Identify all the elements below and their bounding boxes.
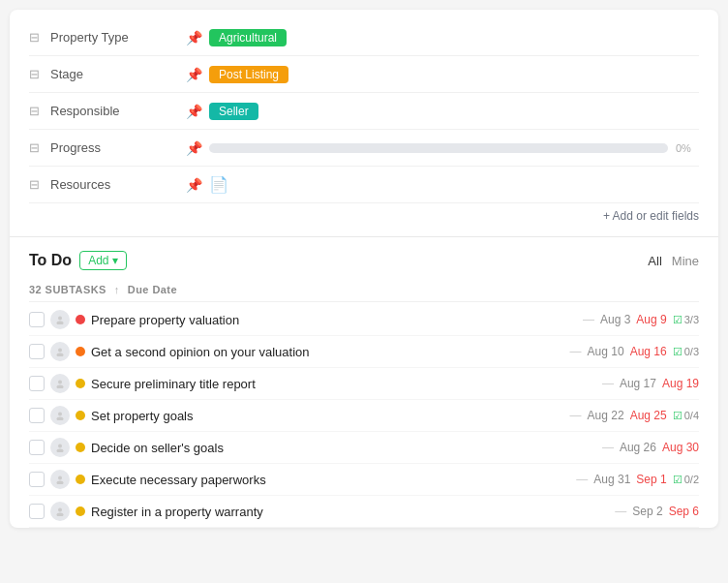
task-status-dot-2 [76, 347, 85, 356]
responsible-badge[interactable]: Seller [209, 103, 258, 120]
task-checkbox-3[interactable] [29, 376, 45, 391]
task-checkbox-7[interactable] [29, 504, 45, 519]
property-type-icon: ⊟ [29, 30, 50, 45]
property-type-value: Agricultural [209, 29, 699, 46]
task-status-dot-3 [76, 379, 85, 388]
task-name-1[interactable]: Prepare property valuation [91, 313, 577, 327]
task-status-dot-5 [76, 443, 85, 452]
task-name-3[interactable]: Secure preliminary title report [91, 377, 596, 391]
task-row-6: Execute necessary paperworks — Aug 31 Se… [29, 464, 699, 496]
task-checkbox-4[interactable] [29, 408, 45, 423]
resources-icon: ⊟ [29, 177, 50, 192]
progress-pin[interactable]: 📌 [186, 140, 209, 156]
task-date2-5: Aug 30 [662, 441, 699, 454]
svg-point-2 [58, 349, 62, 353]
svg-point-9 [57, 449, 64, 453]
todo-title: To Do [29, 252, 72, 269]
progress-value: 0% [209, 142, 699, 154]
task-row-7: Register in a property warranty — Sep 2 … [29, 496, 699, 528]
property-type-pin[interactable]: 📌 [186, 30, 209, 46]
resources-value[interactable]: 📄 [209, 175, 699, 194]
filter-mine[interactable]: Mine [672, 254, 699, 268]
properties-section: ⊟ Property Type 📌 Agricultural ⊟ Stage 📌… [10, 10, 718, 237]
todo-section: To Do Add ▾ All Mine 32 SUBTASKS ↑ Due D… [10, 237, 718, 528]
task-name-6[interactable]: Execute necessary paperworks [91, 473, 570, 487]
task-date1-2: Aug 10 [588, 345, 624, 358]
task-status-dot-7 [76, 506, 85, 516]
task-sep-6: — [576, 473, 588, 486]
subtasks-bar: 32 SUBTASKS ↑ Due Date [29, 280, 699, 302]
task-date1-6: Aug 31 [593, 473, 630, 486]
task-date2-3: Aug 19 [662, 377, 699, 390]
task-row: Prepare property valuation — Aug 3 Aug 9… [29, 304, 699, 336]
task-sep-4: — [570, 409, 582, 422]
task-date1-5: Aug 26 [620, 441, 656, 454]
svg-point-6 [58, 413, 62, 416]
task-row-2: Get a second opinion on your valuation —… [29, 336, 699, 368]
sort-label[interactable]: Due Date [128, 284, 177, 295]
task-status-dot-6 [76, 475, 85, 484]
responsible-icon: ⊟ [29, 104, 50, 118]
filter-group: All Mine [648, 254, 699, 268]
resources-pin[interactable]: 📌 [186, 177, 209, 193]
filter-all[interactable]: All [648, 254, 661, 268]
task-date2-6: Sep 1 [636, 473, 666, 486]
svg-point-4 [58, 381, 62, 384]
todo-header: To Do Add ▾ All Mine [29, 251, 699, 270]
responsible-pin[interactable]: 📌 [186, 104, 209, 119]
responsible-label: Responsible [50, 104, 186, 118]
svg-point-8 [58, 445, 62, 448]
task-row-5: Decide on seller's goals — Aug 26 Aug 30 [29, 432, 699, 464]
task-sep-3: — [602, 377, 614, 390]
resources-label: Resources [50, 177, 186, 192]
progress-label: Progress [50, 140, 186, 155]
task-sep-7: — [615, 505, 626, 518]
task-checkbox-5[interactable] [29, 440, 45, 455]
task-row-3: Secure preliminary title report — Aug 17… [29, 368, 699, 400]
todo-title-group: To Do Add ▾ [29, 251, 127, 270]
add-button-label: Add [88, 254, 108, 267]
progress-track [209, 143, 668, 153]
stage-label: Stage [50, 67, 186, 81]
task-name-5[interactable]: Decide on seller's goals [91, 441, 596, 455]
task-sep-5: — [602, 441, 614, 454]
task-checkbox-1[interactable] [29, 312, 45, 327]
add-edit-fields-button[interactable]: + Add or edit fields [29, 203, 699, 227]
stage-icon: ⊟ [29, 67, 50, 81]
property-type-badge[interactable]: Agricultural [209, 29, 287, 46]
task-date1-4: Aug 22 [588, 409, 624, 422]
stage-pin[interactable]: 📌 [186, 67, 209, 82]
svg-point-3 [57, 353, 64, 357]
task-checkbox-2[interactable] [29, 344, 45, 359]
stage-row: ⊟ Stage 📌 Post Listing [29, 56, 699, 93]
task-date2-4: Aug 25 [630, 409, 667, 422]
svg-point-12 [58, 508, 62, 512]
progress-bar-container: 0% [209, 142, 699, 154]
main-container: ⊟ Property Type 📌 Agricultural ⊟ Stage 📌… [10, 10, 718, 528]
svg-point-10 [58, 476, 62, 480]
task-subtask-2: ☑0/3 [673, 346, 699, 358]
task-status-dot-4 [76, 411, 85, 420]
progress-percent: 0% [676, 142, 699, 154]
responsible-value: Seller [209, 103, 699, 120]
svg-point-0 [58, 317, 62, 321]
task-name-4[interactable]: Set property goals [91, 409, 564, 423]
add-button-chevron-icon: ▾ [112, 254, 118, 267]
task-name-7[interactable]: Register in a property warranty [91, 505, 609, 519]
task-avatar-2 [50, 342, 70, 361]
task-subtask-1: ☑3/3 [673, 314, 699, 326]
task-checkbox-6[interactable] [29, 472, 45, 487]
stage-badge[interactable]: Post Listing [209, 66, 288, 83]
add-button[interactable]: Add ▾ [79, 251, 126, 270]
task-row-4: Set property goals — Aug 22 Aug 25 ☑0/4 [29, 400, 699, 432]
task-name-2[interactable]: Get a second opinion on your valuation [91, 345, 564, 359]
task-date2-1: Aug 9 [636, 313, 666, 326]
property-type-row: ⊟ Property Type 📌 Agricultural [29, 19, 699, 56]
svg-point-1 [57, 322, 64, 325]
sort-icon: ↑ [114, 284, 120, 295]
svg-point-13 [57, 513, 64, 517]
task-subtask-6: ☑0/2 [673, 474, 699, 486]
task-avatar-5 [50, 438, 70, 457]
svg-point-7 [57, 417, 64, 421]
task-date2-7: Sep 6 [669, 505, 699, 518]
